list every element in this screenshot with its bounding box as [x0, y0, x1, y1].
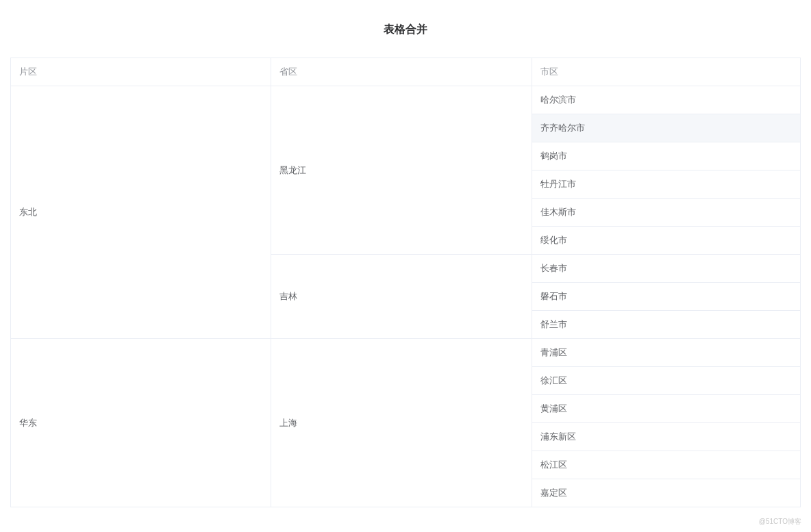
cell-province: 黑龙江 [271, 86, 532, 255]
cell-city: 齐齐哈尔市 [532, 114, 800, 142]
table-body: 东北黑龙江哈尔滨市齐齐哈尔市鹤岗市牡丹江市佳木斯市绥化市吉林长春市磐石市舒兰市华… [11, 86, 801, 507]
cell-city: 松江区 [532, 451, 800, 479]
cell-city: 青浦区 [532, 339, 800, 367]
column-header-city[interactable]: 市区 [532, 58, 800, 86]
cell-city: 黄浦区 [532, 395, 800, 423]
page-title: 表格合并 [10, 10, 801, 58]
cell-city: 长春市 [532, 255, 800, 283]
cell-city: 磐石市 [532, 283, 800, 311]
cell-city: 哈尔滨市 [532, 86, 800, 114]
column-header-region[interactable]: 片区 [11, 58, 271, 86]
cell-province: 上海 [271, 339, 532, 507]
table-row[interactable]: 东北黑龙江哈尔滨市 [11, 86, 801, 114]
cell-province: 吉林 [271, 255, 532, 339]
merged-table: 片区 省区 市区 东北黑龙江哈尔滨市齐齐哈尔市鹤岗市牡丹江市佳木斯市绥化市吉林长… [10, 58, 801, 507]
cell-city: 鹤岗市 [532, 142, 800, 170]
cell-region: 华东 [11, 339, 271, 507]
cell-city: 牡丹江市 [532, 170, 800, 199]
cell-city: 徐汇区 [532, 367, 800, 395]
cell-city: 绥化市 [532, 227, 800, 255]
column-header-province[interactable]: 省区 [271, 58, 532, 86]
watermark: @51CTO博客 [759, 517, 801, 527]
table-header: 片区 省区 市区 [11, 58, 801, 86]
cell-region: 东北 [11, 86, 271, 339]
cell-city: 舒兰市 [532, 311, 800, 339]
cell-city: 嘉定区 [532, 479, 800, 507]
cell-city: 佳木斯市 [532, 199, 800, 227]
table-row[interactable]: 华东上海青浦区 [11, 339, 801, 367]
cell-city: 浦东新区 [532, 423, 800, 451]
